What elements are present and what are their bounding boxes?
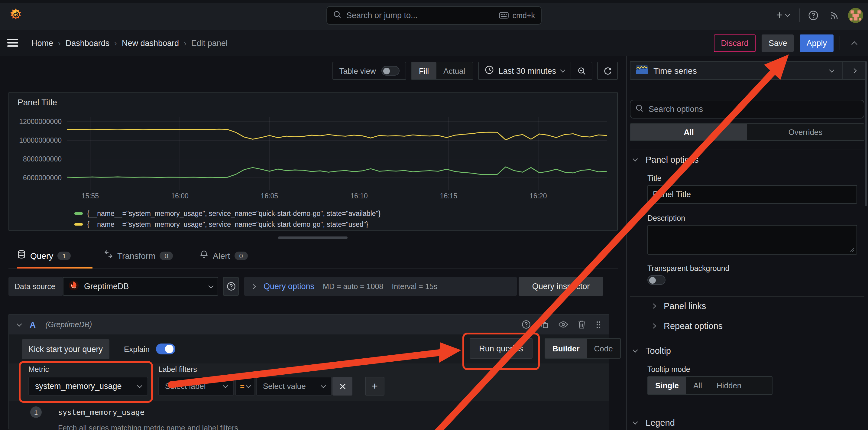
query-ref-id[interactable]: A	[30, 320, 36, 329]
mega-menu-icon[interactable]	[5, 35, 21, 51]
global-search-input[interactable]: Search or jump to... cmd+k	[327, 6, 541, 25]
delete-query-trash-icon[interactable]	[578, 320, 586, 329]
query-options-bar: Query options MD = auto = 1008 Interval …	[244, 277, 517, 296]
select-label-dropdown[interactable]: Select label	[158, 377, 234, 396]
save-button[interactable]: Save	[762, 34, 794, 52]
collapse-options-pane-icon[interactable]	[846, 35, 862, 51]
filter-tab-all[interactable]: All	[630, 124, 747, 140]
fill-option[interactable]: Fill	[412, 62, 436, 79]
section-legend[interactable]: Legend	[633, 418, 675, 428]
transparent-background-label: Transparent background	[647, 264, 729, 273]
explain-label: Explain	[124, 345, 150, 354]
table-view-label: Table view	[339, 66, 376, 75]
add-menu-button[interactable]: +	[772, 7, 794, 23]
legend-swatch-used	[74, 223, 83, 226]
section-panel-links[interactable]: Panel links	[652, 301, 706, 311]
explain-toggle[interactable]	[156, 344, 175, 354]
code-option[interactable]: Code	[587, 339, 620, 358]
query-expression-hint: Fetch all series matching metric name an…	[58, 424, 238, 430]
legend-item-used[interactable]: {__name__="system_memory_usage", service…	[74, 221, 368, 228]
breadcrumb-dashboards[interactable]: Dashboards	[66, 38, 110, 48]
actual-option[interactable]: Actual	[436, 62, 472, 79]
filter-tab-overrides[interactable]: Overrides	[747, 124, 864, 140]
viz-suggestions-expand-icon[interactable]	[843, 62, 865, 79]
query-options-link[interactable]: Query options	[264, 282, 314, 291]
breadcrumb: Home › Dashboards › New dashboard › Edit…	[31, 38, 227, 48]
section-repeat-options[interactable]: Repeat options	[652, 321, 723, 331]
active-tab-underline	[17, 267, 92, 268]
transform-count-badge: 0	[160, 251, 173, 260]
query-help-icon[interactable]	[522, 320, 531, 329]
duplicate-query-icon[interactable]	[540, 320, 549, 329]
builder-code-switch: Builder Code	[545, 338, 621, 359]
visualization-picker[interactable]: Time series	[630, 61, 866, 80]
breadcrumb-home[interactable]: Home	[31, 38, 53, 48]
breadcrumb-new-dashboard[interactable]: New dashboard	[122, 38, 179, 48]
svg-text:16:00: 16:00	[171, 192, 189, 200]
drag-handle-icon[interactable]	[595, 320, 601, 329]
hide-query-eye-icon[interactable]	[559, 321, 568, 328]
news-rss-icon[interactable]	[826, 7, 842, 23]
panel-view-controls: Table view Fill Actual Last 30 minutes	[333, 62, 618, 80]
section-panel-options[interactable]: Panel options	[633, 155, 699, 165]
panel-title-input[interactable]: Panel Title	[647, 185, 857, 204]
discard-button[interactable]: Discard	[714, 34, 756, 52]
sidebar-scrollbar[interactable]	[865, 61, 867, 206]
tooltip-mode-all[interactable]: All	[686, 377, 709, 394]
topbar-divider	[799, 8, 800, 22]
run-queries-button[interactable]: Run queries	[470, 338, 532, 359]
apply-button[interactable]: Apply	[800, 34, 834, 52]
title-label: Title	[647, 174, 661, 183]
description-textarea[interactable]	[647, 225, 857, 255]
query-options-interval: Interval = 15s	[392, 282, 437, 291]
query-row-header[interactable]: A (GreptimeDB)	[9, 314, 609, 335]
datasource-help-icon[interactable]	[223, 277, 239, 296]
svg-text:16:15: 16:15	[440, 192, 458, 200]
metric-select[interactable]: system_memory_usage	[28, 377, 148, 396]
query-inspector-button[interactable]: Query inspector	[519, 277, 603, 296]
tooltip-mode-switch: Single All Hidden	[647, 376, 773, 395]
time-range-label: Last 30 minutes	[498, 66, 556, 75]
time-range-picker[interactable]: Last 30 minutes	[478, 62, 570, 79]
legend-item-available[interactable]: {__name__="system_memory_usage", service…	[74, 210, 380, 217]
section-tooltip[interactable]: Tooltip	[633, 346, 671, 355]
remove-filter-button[interactable]	[333, 377, 352, 396]
transparent-background-toggle[interactable]	[647, 275, 665, 285]
svg-text:15:55: 15:55	[82, 192, 99, 200]
help-icon[interactable]	[805, 7, 821, 23]
tooltip-mode-single[interactable]: Single	[648, 377, 686, 394]
table-view-toggle[interactable]	[381, 66, 400, 76]
tab-transform[interactable]: Transform 0	[104, 250, 173, 261]
top-bar: Search or jump to... cmd+k +	[0, 0, 868, 31]
legend-swatch-available	[74, 212, 83, 215]
pane-resize-handle[interactable]	[278, 236, 347, 239]
grafana-logo-icon[interactable]	[8, 8, 23, 24]
svg-text:10000000000: 10000000000	[19, 136, 62, 144]
refresh-icon[interactable]	[597, 62, 618, 80]
search-icon	[333, 10, 342, 21]
zoom-out-time-icon[interactable]	[571, 62, 592, 79]
tooltip-mode-hidden[interactable]: Hidden	[709, 377, 749, 394]
query-editor-card: A (GreptimeDB) Kick start your query Exp…	[8, 314, 609, 430]
svg-text:16:05: 16:05	[261, 192, 278, 200]
query-options-expand-icon[interactable]	[251, 284, 256, 289]
datasource-picker[interactable]: GreptimeDB	[63, 277, 218, 296]
select-value-dropdown[interactable]: Select value	[256, 377, 332, 396]
transform-icon	[104, 250, 113, 261]
window-top-strip	[0, 0, 868, 3]
tab-alert[interactable]: Alert 0	[199, 250, 248, 261]
operator-dropdown[interactable]: =	[235, 377, 255, 396]
svg-text:16:10: 16:10	[350, 192, 368, 200]
time-range-control: Last 30 minutes	[478, 62, 592, 80]
collapse-query-icon[interactable]	[17, 321, 22, 326]
add-filter-button[interactable]: +	[365, 377, 384, 396]
builder-option[interactable]: Builder	[545, 339, 587, 358]
kick-start-query-button[interactable]: Kick start your query	[22, 339, 110, 359]
user-avatar[interactable]	[847, 7, 863, 23]
search-placeholder: Search or jump to...	[346, 11, 499, 20]
search-options-input[interactable]: Search options	[630, 100, 864, 118]
svg-text:16:20: 16:20	[529, 192, 547, 200]
svg-text:12000000000: 12000000000	[19, 118, 62, 125]
tab-query[interactable]: Query 1	[17, 250, 71, 261]
actions-divider	[840, 36, 840, 50]
